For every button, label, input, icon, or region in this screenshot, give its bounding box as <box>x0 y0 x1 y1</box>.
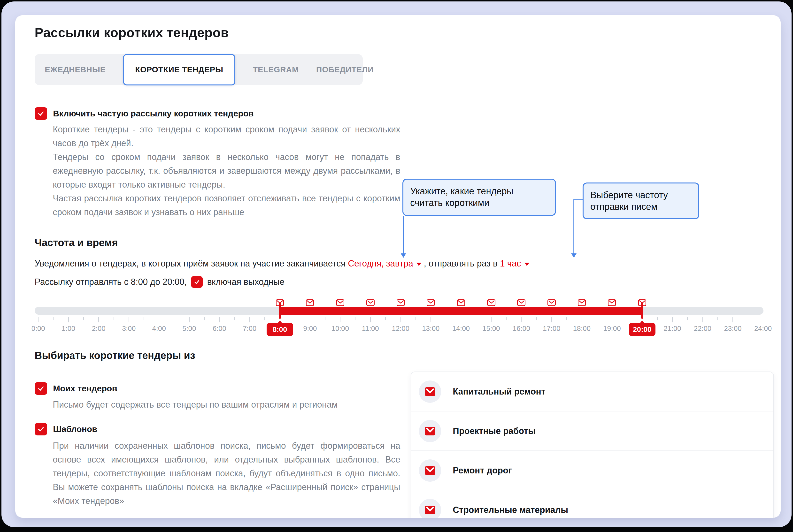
template-list-item[interactable]: Строительные материалы <box>411 490 773 518</box>
timeline-tick <box>370 317 371 322</box>
timeline-tick <box>234 317 235 320</box>
templates-checkbox[interactable] <box>35 423 47 435</box>
timeline-hour-label: 11:00 <box>354 325 388 332</box>
envelope-icon <box>424 386 436 397</box>
templates-label[interactable]: Шаблонов <box>53 424 97 434</box>
templates-description-block: При наличии сохраненных шаблонов поиска,… <box>53 439 400 508</box>
timeline-tick <box>189 317 190 322</box>
screenshot-root: Рассылки коротких тендеров ЕЖЕДНЕВНЫЕ КО… <box>0 0 793 532</box>
timeline-selected-hour-badge: 20:00 <box>629 323 656 336</box>
timeline-tick <box>476 317 476 320</box>
timeline-hour-label: 13:00 <box>414 325 448 332</box>
timeline-tick <box>446 317 446 320</box>
envelope-icon <box>424 425 436 437</box>
tab-daily[interactable]: ЕЖЕДНЕВНЫЕ <box>45 65 106 74</box>
timeline-tick <box>83 317 84 320</box>
timeline-tick <box>672 317 673 322</box>
tab-winners[interactable]: ПОБЕДИТЕЛИ <box>316 65 374 74</box>
notification-settings-line: Уведомления о тендерах, в которых приём … <box>35 259 532 269</box>
sending-hours-line: Рассылку отправлять с 8:00 до 20:00, вкл… <box>35 276 284 288</box>
timeline-tick <box>416 317 416 320</box>
check-icon <box>37 384 45 393</box>
page-title: Рассылки коротких тендеров <box>35 25 229 40</box>
templates-description: При наличии сохраненных шаблонов поиска,… <box>53 439 400 508</box>
timeline-hour-label: 24:00 <box>746 325 780 332</box>
timeline-tick <box>566 317 567 320</box>
timeline-hour-label: 1:00 <box>52 325 86 332</box>
slider-handle-start[interactable] <box>279 303 281 319</box>
timeline-tick <box>98 317 99 322</box>
timeline-tick <box>310 317 310 322</box>
template-name: Проектные работы <box>453 426 535 436</box>
weekends-checkbox[interactable] <box>191 276 203 288</box>
description-paragraph: Тендеры со сроком подачи заявок в нескол… <box>53 150 400 191</box>
timeline-hour-label: 22:00 <box>686 325 720 332</box>
mail-schedule-icon <box>517 298 526 307</box>
weekends-label[interactable]: включая выходные <box>207 277 284 287</box>
timeline-hour-label: 4:00 <box>142 325 176 332</box>
timeline-hour-label: 15:00 <box>474 325 508 332</box>
enable-frequent-mailing-checkbox[interactable] <box>35 107 47 120</box>
tab-telegram[interactable]: TELEGRAM <box>253 65 299 74</box>
envelope-avatar <box>419 499 441 518</box>
timeline-hour-label: 0:00 <box>21 325 55 332</box>
mail-schedule-icon <box>305 298 315 307</box>
timeline-hour-label: 23:00 <box>716 325 750 332</box>
timeline-tick <box>159 317 159 322</box>
my-tenders-description: Письмо будет содержать все тендеры по ва… <box>53 400 338 410</box>
timeline-tick <box>264 317 265 320</box>
envelope-avatar <box>419 459 441 482</box>
timeline-tick <box>627 317 627 320</box>
template-list-item[interactable]: Капитальный ремонт <box>411 372 773 412</box>
timeline-hour-label: 9:00 <box>293 325 327 332</box>
timeline-hour-label: 19:00 <box>595 325 629 332</box>
slider-selected-range[interactable] <box>280 307 642 315</box>
timeline-tick <box>582 317 582 322</box>
sending-time-slider: 0:001:002:003:004:005:006:007:008:009:00… <box>35 298 763 341</box>
timeline-tick <box>53 317 54 320</box>
timeline-tick <box>506 317 507 320</box>
timeline-tick <box>431 317 431 322</box>
envelope-icon <box>424 505 436 515</box>
deadline-dropdown[interactable]: Сегодня, завтра <box>348 259 413 268</box>
timeline-tick <box>748 317 748 320</box>
template-list-item[interactable]: Проектные работы <box>411 412 773 451</box>
timeline-tick <box>597 317 597 320</box>
template-list-item[interactable]: Ремонт дорог <box>411 451 773 490</box>
timeline-tick <box>174 317 174 320</box>
timeline-hour-label: 5:00 <box>172 325 206 332</box>
frequent-mailing-description: Короткие тендеры - это тендеры с коротки… <box>53 122 400 219</box>
timeline-hour-label: 16:00 <box>504 325 538 332</box>
enable-frequent-mailing-label[interactable]: Включить частую рассылку коротких тендер… <box>53 109 254 118</box>
mail-schedule-icon <box>336 298 345 307</box>
timeline-hour-label: 2:00 <box>81 325 115 332</box>
slider-track[interactable] <box>35 307 763 315</box>
timeline-selected-hour-badge: 8:00 <box>267 323 293 336</box>
timeline-hour-label: 3:00 <box>112 325 146 332</box>
mail-schedule-icon <box>487 298 496 307</box>
timeline-tick <box>717 317 718 320</box>
tooltip-sending-frequency: Выберите частоту отправки писем <box>583 183 699 219</box>
templates-list: Капитальный ремонтПроектные работыРемонт… <box>411 372 774 518</box>
check-icon <box>37 425 45 433</box>
my-tenders-checkbox[interactable] <box>35 382 47 395</box>
mail-schedule-icon <box>426 298 435 307</box>
chevron-down-icon[interactable] <box>525 263 529 266</box>
timeline-tick <box>657 317 658 320</box>
notification-middle-text: , отправлять раз в <box>424 259 500 268</box>
timeline-tick <box>733 317 733 322</box>
timeline-tick <box>68 317 69 322</box>
source-templates-row: Шаблонов <box>35 423 97 435</box>
sending-hours-text: Рассылку отправлять с 8:00 до 20:00, <box>35 277 187 287</box>
timeline-hour-label: 14:00 <box>444 325 478 332</box>
template-name: Строительные материалы <box>453 505 568 515</box>
tab-short-tenders[interactable]: КОРОТКИЕ ТЕНДЕРЫ <box>123 54 235 86</box>
interval-dropdown[interactable]: 1 час <box>500 259 521 268</box>
slider-handle-end[interactable] <box>641 303 643 319</box>
template-name: Капитальный ремонт <box>453 386 546 397</box>
envelope-avatar <box>419 380 441 403</box>
chevron-down-icon[interactable] <box>416 263 421 266</box>
timeline-hour-label: 6:00 <box>203 325 236 332</box>
my-tenders-label[interactable]: Моих тендеров <box>53 384 117 393</box>
notification-prefix-text: Уведомления о тендерах, в которых приём … <box>35 259 348 268</box>
